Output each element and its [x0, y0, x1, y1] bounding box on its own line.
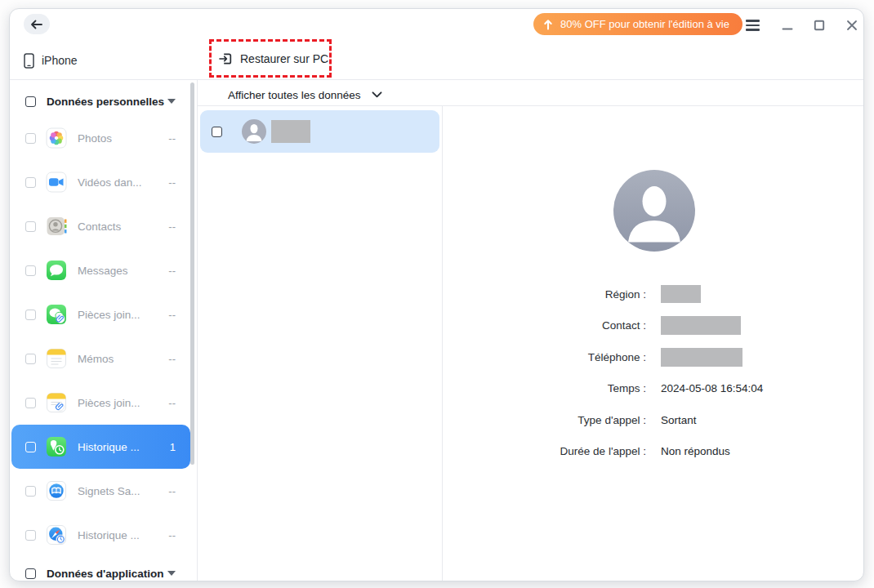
field-label: Contact : [442, 319, 646, 332]
sidebar-section-app-data[interactable]: Données d'application [10, 557, 197, 581]
back-button[interactable] [24, 14, 50, 34]
field-time: Temps : 2024-05-08 16:54:04 [442, 380, 818, 398]
sidebar-item-label: Messages [78, 265, 128, 277]
item-count: -- [168, 132, 176, 145]
sidebar-item-call-history[interactable]: Historique ... 1 [11, 425, 190, 469]
memos-icon [46, 348, 67, 369]
item-count: -- [168, 353, 176, 365]
chevron-down-icon [372, 91, 382, 98]
memo-attachments-checkbox[interactable] [25, 398, 36, 408]
safari-bookmarks-icon [46, 480, 67, 501]
arrow-up-icon [543, 19, 553, 30]
field-contact: Contact : [442, 317, 818, 335]
filter-dropdown[interactable]: Afficher toutes les données [228, 84, 382, 105]
sidebar: Données personnelles Photos -- [10, 80, 197, 581]
maximize-button[interactable] [809, 15, 830, 36]
photos-icon [46, 127, 67, 149]
menu-button[interactable] [742, 15, 763, 36]
field-label: Région : [442, 288, 646, 301]
call-detail-fields: Région : Contact : Téléphone : Temps : 2… [442, 285, 818, 474]
phone-icon [24, 53, 34, 69]
close-button[interactable] [841, 15, 863, 36]
sidebar-item-memo-attachments[interactable]: Pièces join... -- [11, 381, 190, 425]
item-count: -- [168, 176, 176, 189]
field-region: Région : [442, 285, 818, 303]
call-history-icon [46, 436, 67, 457]
sidebar-section-personal-data[interactable]: Données personnelles [10, 87, 197, 116]
minimize-button[interactable] [777, 15, 798, 36]
sidebar-item-videos[interactable]: Vidéos dan... -- [11, 160, 190, 204]
sidebar-item-label: Vidéos dan... [78, 176, 142, 189]
memos-checkbox[interactable] [25, 354, 36, 364]
call-list-item[interactable] [200, 110, 439, 153]
item-count: -- [168, 309, 176, 321]
export-icon [217, 51, 234, 67]
messages-icon [46, 260, 67, 281]
photos-checkbox[interactable] [25, 133, 36, 144]
field-label: Type d'appel : [442, 414, 646, 426]
field-call-duration: Durée de l'appel : Non répondus [442, 443, 818, 461]
sidebar-item-label: Mémos [78, 353, 114, 365]
restore-to-pc-button[interactable]: Restaurer sur PC [217, 48, 328, 69]
item-count: -- [168, 220, 176, 233]
sidebar-item-label: Contacts [78, 220, 121, 233]
field-value: Non répondus [661, 445, 730, 457]
contacts-checkbox[interactable] [25, 221, 36, 232]
contact-avatar [242, 119, 266, 144]
redacted-telephone-value [661, 348, 742, 367]
field-label: Temps : [442, 382, 646, 394]
redacted-region-value [661, 285, 701, 303]
back-arrow-icon [30, 20, 43, 29]
safari-bookmarks-checkbox[interactable] [25, 486, 36, 497]
field-label: Téléphone : [442, 351, 646, 363]
sidebar-item-label: Signets Sa... [78, 485, 140, 497]
collapse-caret-icon[interactable] [167, 99, 176, 104]
message-attachments-icon [46, 304, 67, 325]
safari-history-icon [46, 524, 67, 546]
sidebar-item-memos[interactable]: Mémos -- [11, 336, 190, 381]
filter-label: Afficher toutes les données [228, 89, 361, 101]
redacted-contact-value [661, 316, 741, 335]
promo-badge-label: 80% OFF pour obtenir l'édition à vie [560, 18, 729, 30]
call-item-checkbox[interactable] [212, 127, 222, 137]
sidebar-item-contacts[interactable]: Contacts -- [11, 204, 190, 248]
personal-data-checkbox[interactable] [25, 96, 36, 107]
field-value: 2024-05-08 16:54:04 [661, 382, 763, 394]
detail-avatar [613, 170, 695, 252]
field-value: Sortant [661, 414, 697, 426]
sidebar-item-label: Pièces join... [78, 397, 140, 409]
device-indicator: iPhone [24, 51, 78, 70]
collapse-caret-icon[interactable] [167, 571, 176, 576]
sidebar-scrollbar[interactable] [190, 82, 194, 465]
sidebar-divider [197, 80, 198, 581]
item-count: -- [168, 397, 176, 409]
item-count: -- [168, 485, 176, 497]
message-attachments-checkbox[interactable] [25, 310, 36, 320]
sidebar-item-label: Historique ... [78, 441, 140, 453]
sidebar-item-photos[interactable]: Photos -- [11, 116, 190, 160]
app-data-checkbox[interactable] [25, 568, 36, 579]
device-label: iPhone [42, 54, 78, 67]
videos-icon [46, 172, 67, 193]
safari-history-checkbox[interactable] [25, 530, 36, 541]
sidebar-item-label: Pièces join... [78, 309, 140, 321]
maximize-icon [814, 20, 825, 31]
item-count: -- [168, 529, 176, 541]
field-telephone: Téléphone : [442, 348, 818, 366]
call-history-checkbox[interactable] [25, 442, 36, 452]
section-label: Données d'application [47, 568, 163, 580]
sidebar-item-label: Photos [78, 132, 112, 145]
videos-checkbox[interactable] [25, 177, 36, 188]
contacts-icon [46, 216, 67, 237]
sidebar-item-message-attachments[interactable]: Pièces join... -- [11, 292, 190, 336]
memo-attachments-icon [46, 392, 67, 413]
app-window: 80% OFF pour obtenir l'édition à vie iPh… [9, 8, 864, 581]
messages-checkbox[interactable] [25, 265, 36, 276]
sidebar-item-safari-bookmarks[interactable]: Signets Sa... -- [11, 469, 190, 513]
sidebar-item-label: Historique ... [78, 529, 140, 541]
section-label: Données personnelles [47, 96, 164, 108]
sidebar-item-messages[interactable]: Messages -- [11, 248, 190, 292]
item-count: 1 [170, 441, 176, 453]
sidebar-item-safari-history[interactable]: Historique ... -- [11, 513, 190, 557]
promo-badge[interactable]: 80% OFF pour obtenir l'édition à vie [533, 13, 742, 35]
